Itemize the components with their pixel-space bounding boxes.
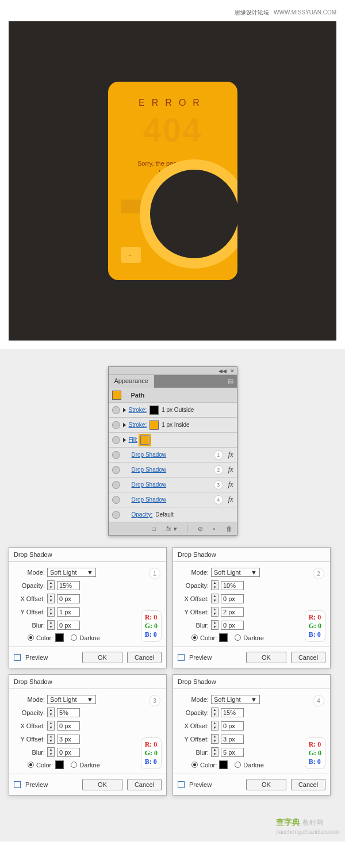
drop-shadow-dialog[interactable]: Drop Shadow 3 Mode: Soft Light▼ Opacity:… bbox=[9, 674, 167, 796]
effect-link[interactable]: Drop Shadow bbox=[132, 452, 167, 458]
stepper[interactable]: ▲▼ bbox=[211, 620, 218, 630]
new-art-icon[interactable]: □ bbox=[152, 525, 156, 532]
stepper[interactable]: ▲▼ bbox=[47, 594, 55, 603]
stroke-swatch[interactable] bbox=[150, 406, 159, 415]
appearance-panel[interactable]: ◀◀ ✕ Appearance ▤ Path Stroke: 1 px Outs… bbox=[108, 366, 237, 536]
stepper[interactable]: ▲▼ bbox=[211, 607, 218, 617]
yoffset-input[interactable]: 2 px bbox=[221, 607, 244, 617]
visibility-icon[interactable] bbox=[112, 406, 120, 414]
blur-input[interactable]: 0 px bbox=[57, 621, 80, 630]
panel-menu-icon[interactable]: ▤ bbox=[224, 375, 237, 388]
color-swatch[interactable] bbox=[219, 760, 228, 769]
xoffset-input[interactable]: 0 px bbox=[57, 594, 80, 603]
cancel-button[interactable]: Cancel bbox=[127, 652, 162, 663]
trash-icon[interactable]: 🗑 bbox=[226, 525, 232, 532]
ok-button[interactable]: OK bbox=[82, 652, 122, 663]
stepper[interactable]: ▲▼ bbox=[47, 721, 55, 731]
stepper[interactable]: ▲▼ bbox=[211, 594, 218, 603]
effect-link[interactable]: Drop Shadow bbox=[132, 466, 167, 473]
color-radio[interactable] bbox=[28, 634, 34, 641]
visibility-icon[interactable] bbox=[112, 511, 120, 519]
stepper[interactable]: ▲▼ bbox=[211, 747, 218, 757]
preview-checkbox[interactable] bbox=[14, 654, 21, 661]
clear-icon[interactable]: ⊘ bbox=[198, 525, 203, 533]
tab-appearance[interactable]: Appearance bbox=[109, 375, 154, 388]
color-swatch[interactable] bbox=[55, 760, 64, 769]
darkness-radio[interactable] bbox=[235, 634, 241, 641]
cancel-button[interactable]: Cancel bbox=[127, 779, 162, 790]
fill-row[interactable]: Fill: bbox=[109, 433, 237, 448]
stroke-row-1[interactable]: Stroke: 1 px Outside bbox=[109, 403, 237, 418]
yoffset-input[interactable]: 3 px bbox=[221, 735, 244, 744]
drop-shadow-row-1[interactable]: Drop Shadow 1 fx bbox=[109, 448, 237, 462]
disclosure-icon[interactable] bbox=[123, 408, 126, 412]
yoffset-input[interactable]: 1 px bbox=[57, 607, 80, 617]
stepper[interactable]: ▲▼ bbox=[47, 708, 55, 717]
opacity-input[interactable]: 10% bbox=[221, 581, 244, 590]
stepper[interactable]: ▲▼ bbox=[47, 747, 55, 757]
fx-menu-icon[interactable]: fx ▾ bbox=[166, 525, 177, 533]
stroke-swatch[interactable] bbox=[150, 420, 159, 430]
preview-checkbox[interactable] bbox=[178, 781, 185, 788]
visibility-icon[interactable] bbox=[112, 466, 120, 474]
drop-shadow-dialog[interactable]: Drop Shadow 4 Mode: Soft Light▼ Opacity:… bbox=[172, 674, 331, 796]
cancel-button[interactable]: Cancel bbox=[291, 779, 325, 790]
stepper[interactable]: ▲▼ bbox=[211, 708, 218, 717]
stroke-link[interactable]: Stroke: bbox=[129, 407, 147, 413]
drop-shadow-row-2[interactable]: Drop Shadow 2 fx bbox=[109, 462, 237, 477]
fill-link[interactable]: Fill: bbox=[129, 437, 138, 443]
collapse-icon[interactable]: ◀◀ bbox=[218, 368, 227, 374]
stroke-row-2[interactable]: Stroke: 1 px Inside bbox=[109, 418, 237, 433]
color-radio[interactable] bbox=[28, 762, 34, 768]
darkness-radio[interactable] bbox=[71, 762, 77, 768]
drop-shadow-dialog[interactable]: Drop Shadow 2 Mode: Soft Light▼ Opacity:… bbox=[172, 547, 331, 668]
stroke-link[interactable]: Stroke: bbox=[129, 422, 147, 428]
preview-checkbox[interactable] bbox=[14, 781, 21, 788]
visibility-icon[interactable] bbox=[112, 481, 120, 489]
mode-dropdown[interactable]: Soft Light▼ bbox=[211, 695, 260, 704]
color-swatch[interactable] bbox=[219, 633, 228, 642]
appearance-target-row[interactable]: Path bbox=[109, 388, 237, 403]
stepper[interactable]: ▲▼ bbox=[47, 580, 55, 590]
stepper[interactable]: ▲▼ bbox=[47, 607, 55, 617]
stepper[interactable]: ▲▼ bbox=[47, 734, 55, 744]
back-button[interactable]: ← bbox=[121, 247, 141, 263]
yoffset-input[interactable]: 3 px bbox=[57, 735, 80, 744]
visibility-icon[interactable] bbox=[112, 451, 120, 459]
mode-dropdown[interactable]: Soft Light▼ bbox=[47, 695, 96, 704]
visibility-icon[interactable] bbox=[112, 421, 120, 429]
color-radio[interactable] bbox=[191, 762, 198, 768]
blur-input[interactable]: 5 px bbox=[221, 748, 244, 757]
stepper[interactable]: ▲▼ bbox=[211, 734, 218, 744]
preview-checkbox[interactable] bbox=[178, 654, 185, 661]
xoffset-input[interactable]: 0 px bbox=[221, 594, 244, 603]
darkness-radio[interactable] bbox=[235, 762, 241, 768]
opacity-input[interactable]: 5% bbox=[57, 708, 80, 717]
blur-input[interactable]: 0 px bbox=[221, 621, 244, 630]
opacity-input[interactable]: 15% bbox=[221, 708, 244, 717]
xoffset-input[interactable]: 0 px bbox=[221, 721, 244, 731]
ok-button[interactable]: OK bbox=[82, 779, 122, 790]
mode-dropdown[interactable]: Soft Light▼ bbox=[47, 568, 96, 577]
disclosure-icon[interactable] bbox=[123, 438, 126, 442]
close-icon[interactable]: ✕ bbox=[230, 368, 235, 374]
disclosure-icon[interactable] bbox=[123, 423, 126, 427]
stepper[interactable]: ▲▼ bbox=[47, 620, 55, 630]
opacity-row[interactable]: Opacity: Default bbox=[109, 507, 237, 522]
stepper[interactable]: ▲▼ bbox=[211, 721, 218, 731]
ok-button[interactable]: OK bbox=[246, 779, 286, 790]
visibility-icon[interactable] bbox=[112, 436, 120, 444]
blur-input[interactable]: 0 px bbox=[57, 748, 80, 757]
cancel-button[interactable]: Cancel bbox=[291, 652, 325, 663]
xoffset-input[interactable]: 0 px bbox=[57, 721, 80, 731]
ok-button[interactable]: OK bbox=[246, 652, 286, 663]
effect-link[interactable]: Drop Shadow bbox=[132, 481, 167, 488]
fill-swatch[interactable] bbox=[140, 435, 150, 445]
mode-dropdown[interactable]: Soft Light▼ bbox=[211, 568, 260, 577]
drop-shadow-dialog[interactable]: Drop Shadow 1 Mode: Soft Light▼ Opacity:… bbox=[9, 547, 167, 668]
darkness-radio[interactable] bbox=[71, 634, 77, 641]
visibility-icon[interactable] bbox=[112, 496, 120, 504]
color-radio[interactable] bbox=[191, 634, 198, 641]
duplicate-icon[interactable]: ▫ bbox=[213, 525, 216, 532]
drop-shadow-row-3[interactable]: Drop Shadow 3 fx bbox=[109, 477, 237, 492]
